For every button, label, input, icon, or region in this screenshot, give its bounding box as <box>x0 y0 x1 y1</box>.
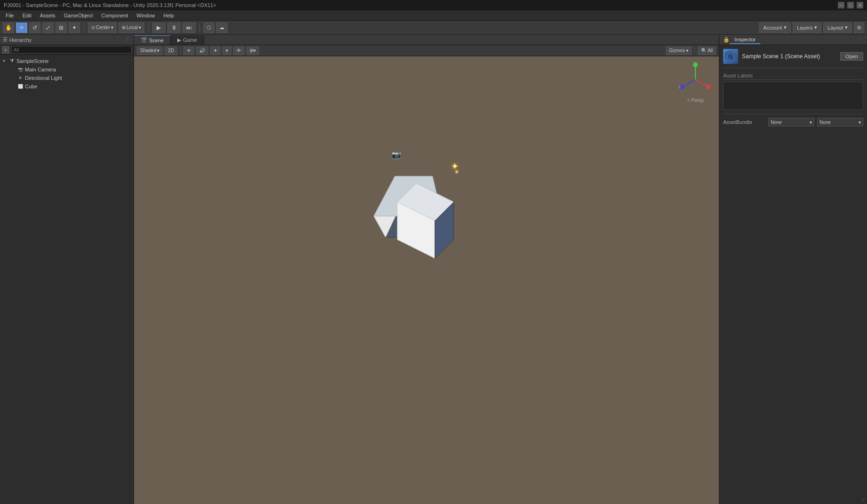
tool-rect[interactable]: ⊞ <box>55 23 67 33</box>
svg-point-12 <box>706 85 711 89</box>
cloud-button[interactable]: ☁ <box>216 23 228 33</box>
scene-tabs: 🎬 Scene ▶ Game ⋮ <box>134 35 719 45</box>
hierarchy-header: ☰ Hierarchy ⋮ <box>0 35 134 45</box>
maximize-button[interactable]: □ <box>847 2 854 8</box>
layers-arrow: ▾ <box>814 24 817 31</box>
scene-sep-2 <box>694 47 695 54</box>
layers-label: Layers <box>797 25 812 31</box>
asset-bundle-dropdown-2[interactable]: None ▾ <box>817 118 863 126</box>
pause-button[interactable]: ⏸ <box>167 23 181 33</box>
tool-transform[interactable]: ✦ <box>69 23 80 33</box>
menu-gameobject[interactable]: GameObject <box>60 12 97 19</box>
gizmos-arrow: ▾ <box>686 48 688 53</box>
game-tab-icon: ▶ <box>177 37 181 43</box>
menu-help[interactable]: Help <box>159 12 178 19</box>
tab-inspector[interactable]: Inspector <box>730 36 760 44</box>
pivot-arrow: ▾ <box>111 25 113 30</box>
shading-mode-dropdown[interactable]: Shaded ▾ <box>137 47 163 55</box>
hierarchy-item-directionallight[interactable]: ☀ Directional Light <box>0 74 134 82</box>
cube-icon: ⬜ <box>17 84 24 89</box>
scene-menu-btn[interactable]: ⋮ <box>706 39 719 45</box>
inspector-asset-row: Sample Scene 1 (Scene Asset) Open <box>723 49 863 64</box>
menu-file[interactable]: File <box>2 12 18 19</box>
account-dropdown[interactable]: Account ▾ <box>759 23 791 33</box>
account-arrow: ▾ <box>784 24 787 31</box>
menu-window[interactable]: Window <box>133 12 158 19</box>
shading-arrow: ▾ <box>157 48 159 53</box>
tool-scale[interactable]: ⤢ <box>42 23 54 33</box>
bundle-arrow-2: ▾ <box>859 120 861 125</box>
scene-viewport[interactable]: ✦ ☀ 📷 Y X Z <box>134 56 719 504</box>
collab-button[interactable]: ⬡ <box>204 23 214 33</box>
tab-game[interactable]: ▶ Game <box>171 35 204 45</box>
menu-edit[interactable]: Edit <box>19 12 35 19</box>
scene-lighting-btn[interactable]: ☀ <box>183 47 194 55</box>
asset-labels-area[interactable] <box>723 82 863 110</box>
asset-icon-unity <box>723 49 738 64</box>
layers-dropdown[interactable]: Layers ▾ <box>793 23 821 33</box>
svg-text:Z: Z <box>678 85 681 89</box>
title-bar-title: PJ0001 - SampleScene - PC, Mac & Linux S… <box>4 2 216 8</box>
expand-icon[interactable]: ⤢ <box>861 497 865 502</box>
pivot-label: Center <box>96 25 110 30</box>
cube-3d-render <box>374 178 477 273</box>
scene-fx-btn[interactable]: ✦ <box>210 47 221 55</box>
layout-arrow: ▾ <box>845 24 848 31</box>
game-tab-label: Game <box>183 37 197 43</box>
menu-assets[interactable]: Assets <box>36 12 59 19</box>
layout-label: Layout <box>828 25 843 31</box>
asset-name: Sample Scene 1 (Scene Asset) <box>742 53 820 60</box>
scene-menu[interactable]: ⋮ <box>129 59 134 63</box>
view-2d-label: 2D <box>168 48 174 53</box>
asset-bundle-dropdown-1[interactable]: None ▾ <box>768 118 814 126</box>
hierarchy-item-maincamera[interactable]: 📷 Main Camera <box>0 65 134 74</box>
pivot-icon: ⊙ <box>91 25 95 30</box>
scene-gizmo: Y X Z < Persp <box>677 61 714 99</box>
inspector-tabs: Inspector <box>730 36 760 44</box>
view-2d-btn[interactable]: 2D <box>165 47 177 55</box>
camera-viewport-icon: 📷 <box>392 150 401 159</box>
pivot-toggle[interactable]: ⊙ Center ▾ <box>88 23 117 33</box>
tree-label-maincamera: Main Camera <box>25 67 134 72</box>
play-button[interactable]: ▶ <box>152 23 166 33</box>
hierarchy-add-btn[interactable]: + <box>2 46 9 54</box>
tool-hand[interactable]: ✋ <box>3 23 14 33</box>
asset-labels-section: Asset Labels <box>723 73 863 80</box>
inspector-menu-icon[interactable]: ⋮ <box>858 37 863 43</box>
light-tree-icon: ☀ <box>17 76 24 80</box>
shading-label: Shaded <box>140 48 156 53</box>
scene-grid-dropdown[interactable]: ⊞▾ <box>246 47 259 55</box>
layout-options[interactable]: ⊞ <box>854 23 864 33</box>
sep-3 <box>199 23 200 32</box>
gizmos-dropdown[interactable]: Gizmos ▾ <box>666 47 692 55</box>
scene-tab-icon: 🎬 <box>141 37 147 43</box>
layout-dropdown[interactable]: Layout ▾ <box>823 23 852 33</box>
minimize-button[interactable]: ─ <box>838 2 844 8</box>
tool-move[interactable]: ✛ <box>16 23 27 33</box>
menu-bar: File Edit Assets GameObject Component Wi… <box>0 10 867 21</box>
close-button[interactable]: ✕ <box>857 2 863 8</box>
space-toggle[interactable]: ⊕ Local ▾ <box>118 23 144 33</box>
tool-rotate[interactable]: ↺ <box>29 23 40 33</box>
hierarchy-item-samplescene[interactable]: ▼ ⧩ SampleScene ⋮ <box>0 57 134 65</box>
step-button[interactable]: ⏭ <box>182 23 196 33</box>
scene-icon: ⧩ <box>8 58 15 64</box>
scene-hidden-btn[interactable]: 👁 <box>233 47 244 55</box>
space-icon: ⊕ <box>122 25 126 30</box>
gizmos-label: Gizmos <box>669 48 685 53</box>
open-asset-btn[interactable]: Open <box>840 52 863 61</box>
hierarchy-lock-icon: ☰ <box>3 37 8 43</box>
hierarchy-search[interactable] <box>11 46 132 54</box>
menu-component[interactable]: Component <box>97 12 132 19</box>
search-scene-btn[interactable]: 🔍 All <box>698 47 716 55</box>
sep-1 <box>84 23 84 32</box>
scene-audio-btn[interactable]: 🔊 <box>196 47 208 55</box>
inspector-header: 🔒 Inspector ⋮ <box>719 35 867 45</box>
scene-fx-dropdown[interactable]: ▾ <box>222 47 231 55</box>
scene-sep-1 <box>180 47 181 54</box>
title-bar-controls: ─ □ ✕ <box>838 2 863 8</box>
tree-label-directionallight: Directional Light <box>25 75 134 81</box>
tab-scene[interactable]: 🎬 Scene <box>134 35 171 45</box>
hierarchy-menu-icon[interactable]: ⋮ <box>123 36 131 44</box>
hierarchy-item-cube[interactable]: ⬜ Cube <box>0 82 134 91</box>
